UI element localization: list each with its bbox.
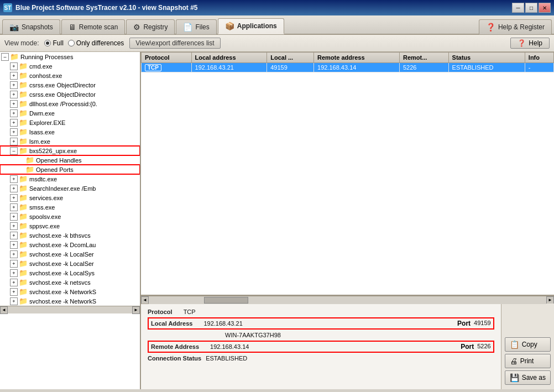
tree-item-lsm[interactable]: + 📁 lsm.exe xyxy=(0,137,140,146)
minimize-button[interactable]: ─ xyxy=(512,3,524,13)
tree-item-csrss1[interactable]: + 📁 csrss.exe ObjectDirector xyxy=(0,80,140,90)
dwm-expand-btn[interactable]: + xyxy=(10,109,18,117)
cell-remote-port: 5226 xyxy=(399,63,448,72)
svchost1-expand-btn[interactable]: + xyxy=(10,232,18,239)
searchindexer-folder-icon: 📁 xyxy=(19,184,28,192)
tab-help-register[interactable]: ❓ Help & Register xyxy=(479,19,552,34)
tree-hscrollbar[interactable]: ◄ ► xyxy=(0,306,140,313)
sppsvc-folder-icon: 📁 xyxy=(19,222,28,230)
save-as-button[interactable]: 💾 Save as xyxy=(505,370,551,385)
grid-hscroll-track[interactable] xyxy=(149,296,546,304)
tree-item-explorer[interactable]: + 📁 Explorer.EXE xyxy=(0,118,140,127)
export-button[interactable]: View\export differences list xyxy=(129,38,220,49)
col-local-port: Local ... xyxy=(267,53,314,63)
svchost4-expand-btn[interactable]: + xyxy=(10,260,18,268)
title-bar: ST Blue Project Software SysTracer v2.10… xyxy=(0,0,554,15)
bxs5226-expand-btn[interactable]: – xyxy=(10,147,18,155)
lsass-expand-btn[interactable]: + xyxy=(10,128,18,136)
svchost7-expand-btn[interactable]: + xyxy=(10,288,18,296)
tree-item-searchindexer[interactable]: + 📁 SearchIndexer.exe /Emb xyxy=(0,184,140,193)
cell-remote-address: 192.168.43.14 xyxy=(314,63,400,72)
detail-protocol-value: TCP xyxy=(184,309,196,315)
svchost8-expand-btn[interactable]: + xyxy=(10,297,18,305)
smss-expand-btn[interactable]: + xyxy=(10,203,18,211)
help-btn-label: Help xyxy=(529,39,542,47)
tree-item-smss[interactable]: + 📁 smss.exe xyxy=(0,202,140,212)
tree-item-csrss2[interactable]: + 📁 csrss.exe ObjectDirector xyxy=(0,90,140,99)
dllhost-expand-btn[interactable]: + xyxy=(10,100,18,108)
tree-item-dwm[interactable]: + 📁 Dwm.exe xyxy=(0,108,140,118)
tree-item-svchost5[interactable]: + 📁 svchost.exe -k LocalSys xyxy=(0,268,140,278)
grid-hscroll-thumb[interactable] xyxy=(204,297,248,304)
tree-item-svchost1[interactable]: + 📁 svchost.exe -k bthsvcs xyxy=(0,231,140,240)
grid-hscroll-right[interactable]: ► xyxy=(546,296,554,304)
svchost3-expand-btn[interactable]: + xyxy=(10,250,18,258)
maximize-button[interactable]: □ xyxy=(525,3,537,13)
copy-button[interactable]: 📋 Copy xyxy=(505,337,551,352)
grid-area[interactable]: Protocol Local address Local ... Remote … xyxy=(141,52,554,296)
svchost2-folder-icon: 📁 xyxy=(19,241,28,249)
tree-item-svchost3[interactable]: + 📁 svchost.exe -k LocalSer xyxy=(0,249,140,259)
searchindexer-expand-btn[interactable]: + xyxy=(10,185,18,192)
hscroll-left-btn[interactable]: ◄ xyxy=(0,306,8,314)
tree-item-opened-handles[interactable]: 📁 Opened Handles xyxy=(0,155,140,165)
explorer-expand-btn[interactable]: + xyxy=(10,119,18,127)
tree-root[interactable]: – 📁 Running Processes xyxy=(0,52,140,61)
tree-item-opened-ports[interactable]: 📁 Opened Ports xyxy=(0,165,140,174)
spoolsv-folder-icon: 📁 xyxy=(19,212,28,221)
tree-item-spoolsv[interactable]: + 📁 spoolsv.exe xyxy=(0,212,140,221)
hscroll-right-btn[interactable]: ► xyxy=(132,306,140,314)
radio-differences[interactable]: Only differences xyxy=(68,39,124,47)
services-folder-icon: 📁 xyxy=(19,194,28,202)
tree-item-svchost6[interactable]: + 📁 svchost.exe -k netsvcs xyxy=(0,278,140,287)
svchost2-expand-btn[interactable]: + xyxy=(10,241,18,249)
conhost-expand-btn[interactable]: + xyxy=(10,72,18,80)
svchost6-expand-btn[interactable]: + xyxy=(10,279,18,286)
table-row[interactable]: TCP 192.168.43.21 49159 192.168.43.14 52… xyxy=(142,63,554,72)
tree-panel[interactable]: – 📁 Running Processes + 📁 cmd.exe + 📁 co… xyxy=(0,52,141,389)
detail-protocol-row: Protocol TCP xyxy=(148,309,494,315)
radio-full[interactable]: Full xyxy=(44,39,63,47)
csrss1-expand-btn[interactable]: + xyxy=(10,81,18,89)
tree-item-dllhost[interactable]: + 📁 dllhost.exe /Processid:{0. xyxy=(0,99,140,108)
tree-item-sppsvc[interactable]: + 📁 sppsvc.exe xyxy=(0,221,140,231)
detail-remote-port-label: Port xyxy=(461,343,474,351)
grid-hscrollbar[interactable]: ◄ ► xyxy=(141,296,554,304)
col-local-address: Local address xyxy=(191,53,267,63)
tab-applications[interactable]: 📦 Applications xyxy=(218,18,284,34)
tree-item-bxs5226[interactable]: – 📁 bxs5226_upx.exe xyxy=(0,146,140,155)
tab-remote-scan[interactable]: 🖥 Remote scan xyxy=(61,19,126,34)
dllhost-folder-icon: 📁 xyxy=(19,100,28,108)
detail-remote-address-label: Remote Address xyxy=(151,343,199,350)
root-expand-btn[interactable]: – xyxy=(1,53,9,61)
col-remote-port: Remot... xyxy=(399,53,448,63)
tree-item-svchost8[interactable]: + 📁 svchost.exe -k NetworkS xyxy=(0,296,140,306)
grid-hscroll-left[interactable]: ◄ xyxy=(141,296,149,304)
spoolsv-expand-btn[interactable]: + xyxy=(10,213,18,221)
toolbar: View mode: Full Only differences View\ex… xyxy=(0,35,554,52)
services-expand-btn[interactable]: + xyxy=(10,194,18,202)
csrss2-expand-btn[interactable]: + xyxy=(10,91,18,98)
view-mode-group: Full Only differences xyxy=(44,39,124,47)
tab-files[interactable]: 📄 Files xyxy=(176,19,216,34)
tree-item-services[interactable]: + 📁 services.exe xyxy=(0,193,140,202)
help-button[interactable]: ❓ Help xyxy=(510,38,550,49)
lsm-expand-btn[interactable]: + xyxy=(10,138,18,145)
tree-item-svchost4[interactable]: + 📁 svchost.exe -k LocalSer xyxy=(0,259,140,268)
tree-item-svchost7[interactable]: + 📁 svchost.exe -k NetworkS xyxy=(0,287,140,296)
tab-registry[interactable]: ⚙ Registry xyxy=(126,19,175,34)
close-button[interactable]: ✕ xyxy=(539,3,551,13)
tree-item-lsass[interactable]: + 📁 lsass.exe xyxy=(0,127,140,137)
sppsvc-expand-btn[interactable]: + xyxy=(10,222,18,230)
detail-status-value: ESTABLISHED xyxy=(206,355,247,362)
detail-hostname-value: WIN-7AAKTG37H98 xyxy=(225,332,281,338)
tree-item-msdtc[interactable]: + 📁 msdtc.exe xyxy=(0,174,140,184)
tab-snapshots[interactable]: 📷 Snapshots xyxy=(2,19,60,34)
tree-item-cmd[interactable]: + 📁 cmd.exe xyxy=(0,61,140,71)
tree-item-conhost[interactable]: + 📁 conhost.exe xyxy=(0,71,140,80)
print-button[interactable]: 🖨 Print xyxy=(505,354,551,368)
tree-item-svchost2[interactable]: + 📁 svchost.exe -k DcomLau xyxy=(0,240,140,249)
cmd-expand-btn[interactable]: + xyxy=(10,62,18,70)
svchost5-expand-btn[interactable]: + xyxy=(10,269,18,277)
msdtc-expand-btn[interactable]: + xyxy=(10,175,18,183)
